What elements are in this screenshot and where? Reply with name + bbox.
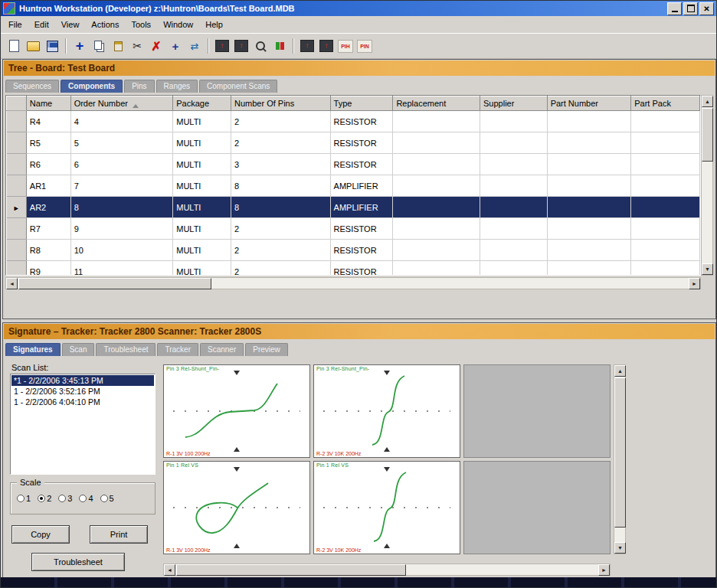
scroll-right-icon[interactable]: ► <box>689 278 700 289</box>
signature-scope-1[interactable]: Pin 3 Rel-Shunt_Pin- R-1 3V 100 200Hz <box>163 364 310 458</box>
menu-help[interactable]: Help <box>199 18 229 31</box>
load-board-icon[interactable]: ↑ <box>213 37 231 55</box>
row-selector[interactable] <box>7 197 27 218</box>
title-bar[interactable]: Huntron Workstation (Developer) z:\Huntr… <box>1 1 716 16</box>
table-row-selected[interactable]: AR28MULTI8AMPLIFIER <box>7 197 700 218</box>
tab-components[interactable]: Components <box>61 80 123 93</box>
tree-panel-header[interactable]: Tree - Board: Test Board <box>4 60 715 76</box>
scrollbar-thumb[interactable] <box>614 377 626 528</box>
scale-radio-4[interactable]: 4 <box>79 494 93 503</box>
menu-tools[interactable]: Tools <box>125 18 157 31</box>
menu-file[interactable]: File <box>2 18 28 31</box>
copy-button[interactable]: Copy <box>11 525 70 544</box>
scroll-left-icon[interactable]: ◄ <box>6 278 18 289</box>
tab-tracker[interactable]: Tracker <box>157 343 198 356</box>
column-header[interactable]: Package <box>173 96 231 111</box>
table-row[interactable]: R911MULTI2RESISTOR <box>7 261 700 276</box>
swap-arrows-icon[interactable]: ⇄ <box>185 37 204 55</box>
probe-icon[interactable] <box>251 37 270 55</box>
tab-sequences[interactable]: Sequences <box>5 80 59 93</box>
cell: 7 <box>70 175 173 197</box>
tab-scanner[interactable]: Scanner <box>200 343 244 356</box>
scale-radio-5[interactable]: 5 <box>100 494 114 503</box>
add-icon[interactable]: + <box>70 37 89 55</box>
table-row[interactable]: R66MULTI3RESISTOR <box>7 154 700 175</box>
scan-list-item[interactable]: 1 - 2/2/2006 3:52:16 PM <box>11 386 154 397</box>
table-row[interactable]: AR17MULTI8AMPLIFIER <box>7 175 700 197</box>
open-folder-icon[interactable] <box>24 37 42 55</box>
scroll-up-icon[interactable]: ▲ <box>614 365 626 377</box>
paste-pin-icon[interactable]: ↑ <box>317 37 336 55</box>
column-header[interactable]: Name <box>26 96 70 111</box>
row-selector[interactable] <box>7 218 27 240</box>
tab-troublesheet[interactable]: Troublesheet <box>96 343 156 356</box>
start-stop-icon[interactable] <box>270 37 289 55</box>
signature-panel-header[interactable]: Signature – Tracker: Tracker 2800 Scanne… <box>4 324 715 339</box>
table-row[interactable]: R55MULTI2RESISTOR <box>7 132 700 154</box>
scrollbar-thumb[interactable] <box>18 278 211 289</box>
table-row[interactable]: R79MULTI2RESISTOR <box>7 218 700 240</box>
copy-icon[interactable] <box>90 37 108 55</box>
scan-list-item[interactable]: *1 - 2/2/2006 3:45:13 PM <box>11 375 154 386</box>
signature-scope-4[interactable]: Pin 1 Rel VS R-2 3V 10K 200Hz <box>313 461 460 554</box>
scope-vertical-scrollbar[interactable]: ▲ ▼ <box>614 364 626 554</box>
tab-scan[interactable]: Scan <box>62 343 95 356</box>
maximize-button[interactable] <box>683 2 698 15</box>
menu-edit[interactable]: Edit <box>28 18 55 31</box>
tab-signatures[interactable]: Signatures <box>5 343 61 356</box>
scan-list-item[interactable]: 1 - 2/2/2006 4:04:10 PM <box>11 397 154 407</box>
grid-vertical-scrollbar[interactable]: ▲ ▼ <box>701 95 713 276</box>
scroll-down-icon[interactable]: ▼ <box>702 263 713 275</box>
table-row[interactable]: R44MULTI2RESISTOR <box>7 111 700 132</box>
menu-window[interactable]: Window <box>157 18 199 31</box>
column-header[interactable]: Type <box>330 96 393 111</box>
tab-pins[interactable]: Pins <box>124 80 154 93</box>
scale-radio-1[interactable]: 1 <box>17 494 31 503</box>
tab-component-scans[interactable]: Component Scans <box>199 80 277 93</box>
scroll-left-icon[interactable]: ◄ <box>164 564 175 576</box>
menu-view[interactable]: View <box>55 18 86 31</box>
table-row[interactable]: R810MULTI2RESISTOR <box>7 240 700 261</box>
scroll-down-icon[interactable]: ▼ <box>614 542 626 554</box>
tab-preview[interactable]: Preview <box>245 343 288 356</box>
save-icon[interactable] <box>43 37 61 55</box>
troublesheet-button[interactable]: Troublesheet <box>31 553 125 571</box>
column-header[interactable]: Supplier <box>480 96 548 111</box>
row-selector[interactable] <box>7 261 27 276</box>
grid-horizontal-scrollbar[interactable]: ◄ ► <box>5 277 701 289</box>
delete-icon[interactable]: ✗ <box>147 37 165 55</box>
tab-ranges[interactable]: Ranges <box>156 80 198 93</box>
signature-scope-2[interactable]: Pin 3 Rel-Shunt_Pin- R-2 3V 10K 200Hz <box>313 364 460 458</box>
column-header[interactable]: Part Pack <box>631 96 700 111</box>
scale-radio-3[interactable]: 3 <box>58 494 72 503</box>
scope-horizontal-scrollbar[interactable]: ◄ ► <box>163 564 611 576</box>
scroll-up-icon[interactable]: ▲ <box>702 96 713 107</box>
scale-radio-2[interactable]: 2 <box>38 494 51 503</box>
menu-actions[interactable]: Actions <box>85 18 125 31</box>
column-header[interactable]: Order Number <box>70 96 173 111</box>
minimize-button[interactable] <box>667 2 682 15</box>
scroll-right-icon[interactable]: ► <box>598 564 610 576</box>
scan-list[interactable]: *1 - 2/2/2006 3:45:13 PM 1 - 2/2/2006 3:… <box>10 374 156 475</box>
pih-tool-icon[interactable]: PIH <box>336 37 355 55</box>
copy-pin-icon[interactable]: ↑ <box>298 37 316 55</box>
column-header[interactable]: Replacement <box>393 96 480 111</box>
row-selector[interactable] <box>7 175 27 197</box>
row-selector[interactable] <box>7 154 27 175</box>
paste-icon[interactable] <box>109 37 127 55</box>
row-selector[interactable] <box>7 240 27 261</box>
signature-scope-3[interactable]: Pin 1 Rel VS R-1 3V 100 200Hz <box>163 461 310 554</box>
row-selector[interactable] <box>7 132 27 154</box>
scrollbar-thumb[interactable] <box>702 108 713 162</box>
column-header[interactable]: Number Of Pins <box>231 96 330 111</box>
load-sequence-icon[interactable]: ↑ <box>232 37 250 55</box>
new-document-icon[interactable] <box>5 37 23 55</box>
cut-icon[interactable]: ✂ <box>128 37 146 55</box>
scrollbar-thumb[interactable] <box>176 564 406 576</box>
print-button[interactable]: Print <box>90 525 148 544</box>
column-header[interactable]: Part Number <box>547 96 631 111</box>
pin-tool-icon[interactable]: PIN <box>355 37 374 55</box>
close-button[interactable] <box>699 2 714 15</box>
row-selector[interactable] <box>7 111 27 132</box>
crosshair-icon[interactable]: + <box>166 37 185 55</box>
